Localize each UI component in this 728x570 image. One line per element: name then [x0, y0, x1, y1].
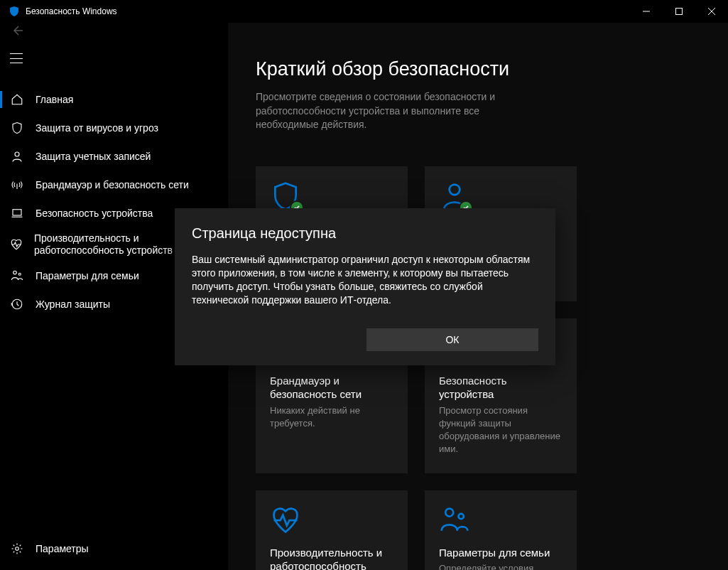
- modal-dialog: Страница недоступна Ваш системный админи…: [175, 208, 555, 365]
- modal-title: Страница недоступна: [192, 225, 538, 242]
- modal-overlay: Страница недоступна Ваш системный админи…: [0, 0, 728, 570]
- modal-body: Ваш системный администратор ограничил до…: [192, 253, 538, 307]
- ok-button[interactable]: ОК: [366, 328, 538, 351]
